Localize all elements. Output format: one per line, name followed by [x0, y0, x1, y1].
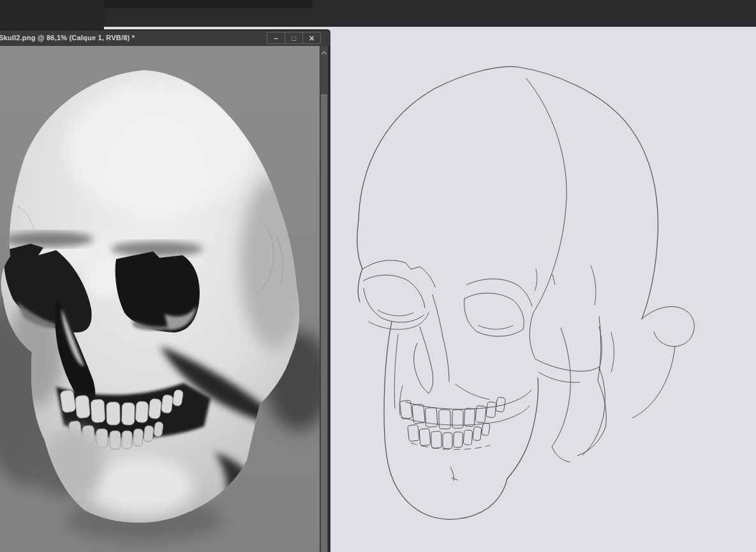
vertical-scrollbar[interactable]	[320, 46, 328, 552]
chevron-up-icon	[320, 49, 328, 57]
minimize-button[interactable]: –	[267, 32, 285, 44]
sketch-right-orbit	[464, 293, 524, 329]
sketch-temporal-curl	[642, 306, 694, 347]
scrollbar-thumb[interactable]	[321, 94, 327, 552]
window-title: Skull2.png @ 86,1% (Calque 1, RVB/8) *	[0, 31, 135, 46]
skull-3d-render	[0, 46, 320, 552]
close-button[interactable]: ×	[302, 32, 321, 44]
sketch-left-brow	[362, 260, 435, 287]
sketch-nasal	[420, 327, 433, 393]
window-controls: – □ ×	[267, 32, 321, 44]
document-window: Skull2.png @ 86,1% (Calque 1, RVB/8) * –…	[0, 29, 330, 552]
maximize-button[interactable]: □	[285, 32, 303, 44]
sketch-chin	[391, 475, 507, 519]
sketch-suture-line	[526, 78, 567, 357]
scroll-up-arrow[interactable]	[320, 46, 328, 60]
sketch-ramus	[552, 328, 570, 462]
render-canvas[interactable]	[0, 46, 320, 552]
sketch-mandible-left	[384, 322, 392, 475]
screen: { "window": { "title": "Skull2.png @ 86,…	[0, 0, 756, 552]
sketch-right-brow	[467, 279, 532, 306]
skull-sketch-drawing	[330, 27, 756, 552]
window-content	[0, 46, 330, 552]
sketch-zygomatic	[535, 359, 599, 371]
window-titlebar[interactable]: Skull2.png @ 86,1% (Calque 1, RVB/8) * –…	[0, 31, 330, 46]
window-right-border	[328, 46, 330, 552]
sketch-left-orbit	[364, 275, 425, 308]
app-top-left-area	[0, 0, 104, 29]
